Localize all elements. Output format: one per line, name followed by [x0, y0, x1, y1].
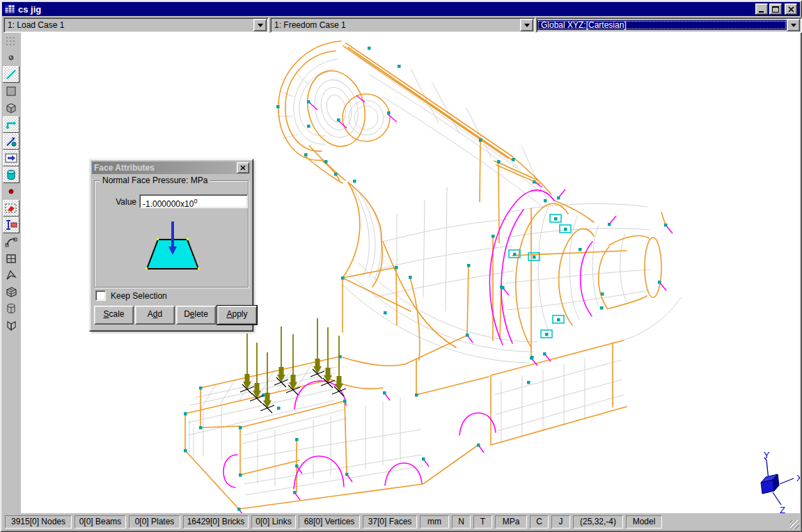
- close-button[interactable]: [785, 3, 797, 15]
- brick-tool-icon[interactable]: [3, 100, 19, 116]
- vertex-node: [276, 105, 280, 109]
- beam-element-icon[interactable]: [3, 233, 19, 250]
- vertex-node: [307, 100, 310, 104]
- vertex-node: [383, 391, 386, 395]
- select-plate-tool-icon[interactable]: [3, 217, 19, 233]
- vertex-node: [324, 160, 328, 164]
- value-mantissa: -1.000000x10: [143, 199, 194, 209]
- keep-selection-label: Keep Selection: [111, 291, 167, 301]
- minimize-button[interactable]: [755, 3, 768, 15]
- vertex-node: [307, 125, 310, 128]
- coordinate-system-value: Global XYZ:[Cartesian]: [537, 20, 787, 30]
- vertex-node: [467, 264, 471, 267]
- vertex-node: [353, 180, 356, 183]
- load-point-tool-icon[interactable]: [3, 183, 19, 200]
- chevron-down-icon[interactable]: [787, 19, 800, 31]
- pressure-group-label: Normal Face Pressure: MPa: [100, 175, 210, 185]
- axis-label-y: Y: [764, 450, 770, 460]
- brick-element-icon[interactable]: [3, 283, 19, 300]
- keep-selection-row[interactable]: Keep Selection: [95, 290, 167, 301]
- vertex-node: [345, 473, 349, 476]
- axis-label-z: Z: [780, 505, 785, 513]
- maximize-button[interactable]: [769, 3, 782, 15]
- dialog-title: Face Attributes: [94, 163, 237, 173]
- add-button[interactable]: Add: [135, 306, 175, 324]
- vertex-node: [199, 386, 203, 390]
- vertex-node: [530, 357, 533, 360]
- tri-element-icon[interactable]: [3, 267, 19, 283]
- status-stress-unit: MPa: [495, 515, 527, 529]
- node-tool-icon[interactable]: [3, 49, 19, 66]
- resize-grip[interactable]: [790, 520, 799, 529]
- keep-selection-checkbox[interactable]: [95, 290, 106, 301]
- vertex-node: [295, 438, 299, 441]
- vertex-node: [184, 449, 187, 453]
- coordinate-system-combobox[interactable]: Global XYZ:[Cartesian]: [536, 17, 802, 33]
- face-tool-icon[interactable]: [3, 150, 19, 166]
- pressure-arrow-head: [291, 375, 296, 382]
- status-vertices: 68[0] Vertices: [299, 515, 360, 529]
- beam-tool-icon[interactable]: [3, 66, 19, 83]
- freedom-case-combobox[interactable]: 1: Freedom Case 1: [270, 17, 535, 33]
- status-nodes: 3915[0] Nodes: [5, 515, 72, 529]
- link-tool-icon[interactable]: [3, 116, 19, 133]
- vertex-node: [237, 508, 241, 511]
- vertex-node: [199, 426, 203, 430]
- close-icon[interactable]: [237, 162, 249, 173]
- vertex-node: [343, 400, 347, 403]
- vertex-node: [492, 235, 495, 238]
- title-bar: cs jig: [2, 2, 800, 16]
- solid-tool-icon[interactable]: [3, 166, 19, 183]
- status-length-unit: mm: [420, 515, 449, 529]
- quad-element-icon[interactable]: [3, 250, 19, 267]
- vertex-node: [545, 333, 549, 336]
- plate-fold-element-icon[interactable]: [3, 317, 19, 334]
- vertex-node: [543, 352, 547, 356]
- pressure-arrow-head: [337, 376, 342, 384]
- status-links: 0[0] Links: [251, 515, 296, 529]
- snap-grid-icon[interactable]: [3, 33, 19, 49]
- pressure-arrow-head: [315, 359, 320, 366]
- entity-toolbar: [2, 33, 21, 513]
- value-exponent: 0: [194, 198, 197, 205]
- status-mode: Model: [626, 515, 662, 529]
- pressure-arrow-head: [279, 367, 284, 375]
- pressure-value-input[interactable]: -1.000000x100: [139, 194, 248, 208]
- face-attributes-dialog[interactable]: Face Attributes Normal Face Pressure: MP…: [89, 159, 253, 331]
- vertex-node: [554, 217, 558, 221]
- vertex-node: [184, 412, 187, 416]
- vertex-tool-icon[interactable]: [3, 133, 19, 150]
- vertex-node: [479, 139, 482, 142]
- vertex-node: [368, 47, 371, 50]
- apply-button[interactable]: Apply: [217, 306, 257, 324]
- status-coordinates: (25,32,-4): [573, 515, 623, 529]
- select-beam-tool-icon[interactable]: [3, 200, 19, 217]
- scale-button[interactable]: Scale: [94, 306, 134, 324]
- vertex-node: [564, 228, 567, 231]
- vertex-node: [579, 248, 582, 251]
- status-beams: 0[0] Beams: [74, 515, 126, 529]
- axis-label-x: X: [796, 473, 800, 483]
- vertex-node: [601, 292, 604, 296]
- window-title: cs jig: [18, 4, 755, 15]
- dialog-title-bar[interactable]: Face Attributes: [92, 162, 251, 174]
- status-temp-unit: T: [473, 515, 492, 529]
- app-icon: [4, 3, 15, 15]
- vertex-node: [334, 173, 338, 176]
- status-bar: 3915[0] Nodes 0[0] Beams 0[0] Plates 164…: [2, 513, 800, 530]
- face-pressure-icon: [139, 220, 206, 276]
- pressure-arrow-head: [265, 393, 270, 400]
- vertex-node: [304, 153, 308, 157]
- status-energy-unit: J: [551, 515, 570, 529]
- load-case-combobox[interactable]: 1: Load Case 1: [3, 17, 269, 33]
- vertex-node: [664, 224, 668, 227]
- vertex-node: [415, 393, 418, 397]
- delete-button[interactable]: Delete: [176, 306, 216, 324]
- pressure-groupbox: Normal Face Pressure: MPa Value -1.00000…: [94, 180, 249, 288]
- plate-tool-icon[interactable]: [3, 83, 19, 100]
- value-label: Value: [109, 197, 136, 207]
- wedge-element-icon[interactable]: [3, 300, 19, 317]
- chevron-down-icon[interactable]: [520, 19, 533, 31]
- chevron-down-icon[interactable]: [253, 19, 267, 31]
- vertex-node: [513, 253, 517, 256]
